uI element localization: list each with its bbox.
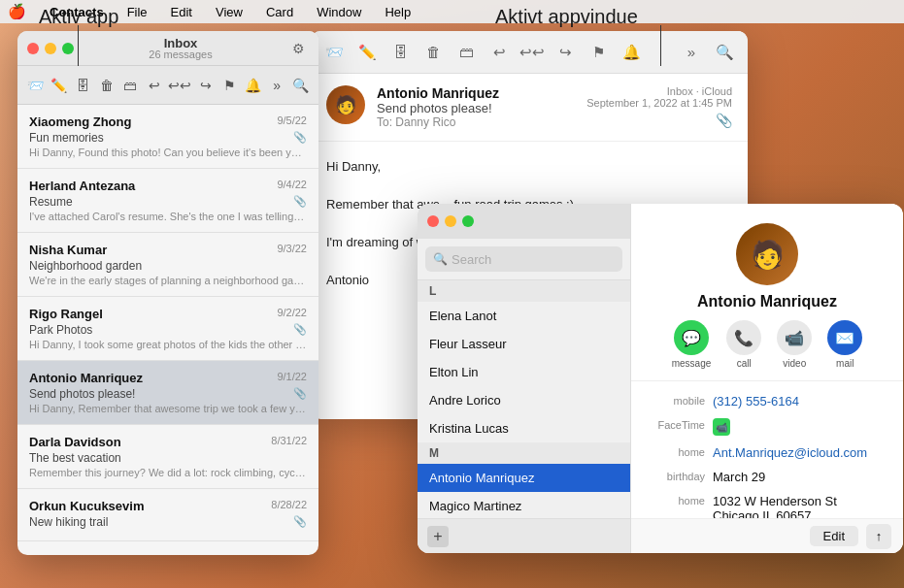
mail-list-item[interactable]: Rigo Rangel 9/2/22 Park Photos 📎 Hi Dann… (17, 297, 318, 361)
video-action-button[interactable]: 📹 video (777, 320, 812, 369)
contact-name: Antonio Manriquez (697, 293, 837, 310)
video-action-label: video (783, 358, 806, 369)
email-delete-icon[interactable]: 🗄 (386, 39, 414, 66)
mail-item-subject: Neighborhood garden (29, 259, 307, 273)
contacts-sidebar: 🔍 Search LElena LanotFleur LasseurElton … (418, 204, 631, 553)
attach-icon: 📎 (293, 515, 307, 528)
mail-item-date: 9/2/22 (277, 307, 307, 321)
email-archive-icon[interactable]: 📨 (320, 39, 348, 66)
contact-list-item[interactable]: Antonio Manriquez (418, 464, 630, 492)
contacts-list: LElena LanotFleur LasseurElton LinAndre … (418, 280, 630, 518)
search-icon[interactable]: 🔍 (290, 74, 311, 97)
menubar-view[interactable]: View (212, 3, 247, 21)
menubar-file[interactable]: File (123, 3, 151, 21)
more-icon[interactable]: » (267, 74, 287, 97)
flag-icon[interactable]: ⚑ (219, 74, 240, 97)
archive-icon[interactable]: 🗄 (73, 74, 93, 97)
call-action-button[interactable]: 📞 call (726, 320, 761, 369)
contacts-search-area: 🔍 Search (418, 239, 630, 280)
contacts-maximize-btn[interactable] (462, 215, 474, 227)
close-button[interactable] (27, 43, 39, 54)
email-header: 🧑 Antonio Manriquez Send photos please! … (311, 74, 748, 142)
email-junk-icon[interactable]: 🗃 (452, 39, 480, 66)
address-field-value[interactable]: 1032 W Henderson StChicago IL 60657 (713, 494, 887, 518)
contacts-minimize-btn[interactable] (445, 215, 456, 227)
email-search-icon[interactable]: 🔍 (711, 39, 738, 66)
contact-list-item[interactable]: Elena Lanot (418, 302, 630, 330)
email-reply-icon[interactable]: ↩ (485, 39, 513, 66)
inbox-settings-icon[interactable]: ⚙ (287, 38, 309, 59)
menubar-window[interactable]: Window (313, 3, 365, 21)
contact-fields: mobile (312) 555-6164 FaceTime 📹 home An… (631, 381, 903, 518)
mail-list-item[interactable]: Antonio Manriquez 9/1/22 Send photos ple… (17, 361, 318, 425)
edit-contact-button[interactable]: Edit (810, 526, 858, 546)
mail-item-preview: Hi Danny, Remember that awesome trip we … (29, 403, 307, 414)
reply-icon[interactable]: ↩ (145, 74, 165, 97)
maximize-button[interactable] (62, 43, 74, 54)
reply-all-icon[interactable]: ↩↩ (168, 74, 191, 97)
facetime-badge: 📹 (713, 418, 730, 436)
add-contact-button[interactable]: + (427, 526, 449, 547)
share-contact-button[interactable]: ↑ (866, 524, 891, 549)
mail-list-item[interactable]: Darla Davidson 8/31/22 The best vacation… (17, 425, 318, 489)
contact-list-item[interactable]: Kristina Lucas (418, 414, 630, 442)
mail-item-from: Herland Antezana (29, 179, 135, 193)
field-row-email: home Ant.Manriquez@icloud.com (631, 441, 903, 465)
attach-icon: 📎 (293, 387, 307, 400)
message-action-button[interactable]: 💬 message (672, 320, 712, 369)
mail-item-from: Xiaomeng Zhong (29, 114, 131, 129)
mail-action-button[interactable]: ✉️ mail (827, 320, 862, 369)
email-trash-icon[interactable]: 🗑 (419, 39, 447, 66)
contact-detail-header: 🧑 Antonio Manriquez 💬 message 📞 call 📹 v… (631, 204, 903, 381)
mail-item-subject: Resume 📎 (29, 195, 307, 209)
menubar: 🍎 Contacts File Edit View Card Window He… (0, 0, 904, 23)
mail-item-from: Antonio Manriquez (29, 371, 143, 385)
contact-list-item[interactable]: Elton Lin (418, 358, 630, 386)
mail-list-item[interactable]: Nisha Kumar 9/3/22 Neighborhood garden W… (17, 233, 318, 297)
menubar-card[interactable]: Card (262, 3, 297, 21)
mail-list-item[interactable]: Herland Antezana 9/4/22 Resume 📎 I've at… (17, 169, 318, 233)
contact-list-item[interactable]: Andre Lorico (418, 386, 630, 414)
facetime-field-label: FaceTime (647, 418, 705, 431)
mail-item-preview: I've attached Carol's resume. She's the … (29, 211, 307, 222)
mobile-field-value[interactable]: (312) 555-6164 (713, 394, 887, 408)
mail-item-date: 9/5/22 (277, 114, 307, 129)
email-field-value[interactable]: Ant.Manriquez@icloud.com (713, 445, 887, 460)
email-compose-icon[interactable]: ✏️ (353, 39, 381, 66)
get-mail-icon[interactable]: 📨 (25, 74, 46, 97)
minimize-button[interactable] (45, 43, 56, 54)
apple-menu-icon[interactable]: 🍎 (8, 3, 26, 20)
menubar-help[interactable]: Help (381, 3, 415, 21)
message-action-icon: 💬 (674, 320, 709, 355)
email-notification-icon[interactable]: 🔔 (618, 39, 645, 66)
mail-item-from: Orkun Kucuksevim (29, 499, 145, 513)
contact-detail-footer: Edit ↑ (631, 518, 903, 553)
forward-icon[interactable]: ↪ (195, 74, 216, 97)
mobile-field-label: mobile (647, 394, 705, 407)
email-flag-icon[interactable]: ⚑ (585, 39, 612, 66)
mail-item-subject: Fun memories 📎 (29, 131, 307, 145)
contact-list-item[interactable]: Magico Martinez (418, 492, 630, 518)
mail-toolbar: 📨 ✏️ 🗄 🗑 🗃 ↩ ↩↩ ↪ ⚑ 🔔 » 🔍 (17, 66, 318, 105)
mail-item-preview: Hi Danny, I took some great photos of th… (29, 339, 307, 350)
email-replyall-icon[interactable]: ↩↩ (519, 39, 546, 66)
compose-icon[interactable]: ✏️ (50, 74, 70, 97)
email-more-icon[interactable]: » (678, 39, 705, 66)
contacts-search-box[interactable]: 🔍 Search (425, 246, 622, 272)
email-body-greeting: Hi Danny, (326, 157, 732, 177)
mail-list-item[interactable]: Xiaomeng Zhong 9/5/22 Fun memories 📎 Hi … (17, 105, 318, 169)
contacts-search-placeholder: Search (452, 252, 491, 267)
mail-item-preview: Remember this journey? We did a lot: roc… (29, 467, 307, 478)
mail-titlebar: Inbox 26 messages ⚙ (17, 31, 318, 66)
contacts-close-btn[interactable] (427, 215, 439, 227)
contact-list-item[interactable]: Fleur Lasseur (418, 330, 630, 358)
email-forward-icon[interactable]: ↪ (552, 39, 579, 66)
menubar-edit[interactable]: Edit (167, 3, 196, 21)
mail-list-item[interactable]: Orkun Kucuksevim 8/28/22 New hiking trai… (17, 489, 318, 541)
email-from-name: Antonio Manriquez (377, 85, 575, 101)
junk-icon[interactable]: 🗃 (120, 74, 141, 97)
email-field-label: home (647, 445, 705, 458)
facetime-field-icon[interactable]: 📹 (713, 418, 887, 436)
delete-icon[interactable]: 🗑 (97, 74, 117, 97)
notification-icon[interactable]: 🔔 (243, 74, 263, 97)
